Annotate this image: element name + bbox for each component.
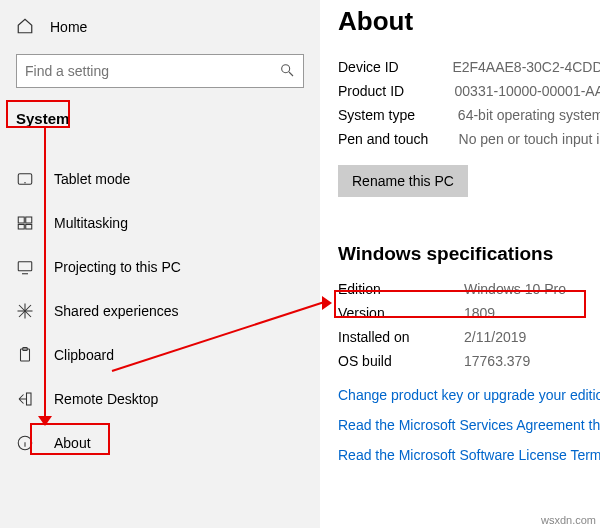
page-title: About xyxy=(338,6,600,37)
svg-line-1 xyxy=(289,72,293,76)
svg-rect-8 xyxy=(18,262,32,271)
projecting-icon xyxy=(16,258,34,276)
search-box[interactable] xyxy=(16,54,304,88)
svg-rect-6 xyxy=(18,225,24,230)
about-panel: About Device IDE2F4AAE8-30C2-4CDD-9 Prod… xyxy=(320,0,600,528)
sidebar-item-label: Tablet mode xyxy=(54,171,130,187)
system-type-value: 64-bit operating system, xyxy=(458,103,600,127)
search-icon xyxy=(279,62,295,81)
device-id-value: E2F4AAE8-30C2-4CDD-9 xyxy=(452,55,600,79)
device-row: Product ID00331-10000-00001-AA5 xyxy=(338,79,600,103)
version-value: 1809 xyxy=(464,301,495,325)
license-terms-link[interactable]: Read the Microsoft Software License Term… xyxy=(338,447,600,463)
svg-rect-7 xyxy=(26,225,32,230)
sidebar-item-multitasking[interactable]: Multitasking xyxy=(16,201,304,245)
svg-rect-15 xyxy=(27,393,32,405)
clipboard-icon xyxy=(16,346,34,364)
sidebar-item-shared-experiences[interactable]: Shared experiences xyxy=(16,289,304,333)
search-input[interactable] xyxy=(25,63,279,79)
sidebar-item-label: Remote Desktop xyxy=(54,391,158,407)
product-id-label: Product ID xyxy=(338,79,455,103)
device-id-label: Device ID xyxy=(338,55,452,79)
spec-row: Installed on2/11/2019 xyxy=(338,325,600,349)
device-row: System type64-bit operating system, xyxy=(338,103,600,127)
system-type-label: System type xyxy=(338,103,458,127)
installed-on-value: 2/11/2019 xyxy=(464,325,526,349)
svg-rect-4 xyxy=(18,217,24,223)
svg-point-0 xyxy=(282,64,290,72)
sidebar-item-label: Clipboard xyxy=(54,347,114,363)
sidebar-item-projecting[interactable]: Projecting to this PC xyxy=(16,245,304,289)
device-row: Device IDE2F4AAE8-30C2-4CDD-9 xyxy=(338,55,600,79)
services-agreement-link[interactable]: Read the Microsoft Services Agreement th… xyxy=(338,417,600,433)
section-title-system: System xyxy=(16,110,304,127)
pen-touch-label: Pen and touch xyxy=(338,127,459,151)
home-icon xyxy=(16,17,34,38)
sidebar-item-label: About xyxy=(54,435,91,451)
edition-value: Windows 10 Pro xyxy=(464,277,566,301)
spec-row: OS build17763.379 xyxy=(338,349,600,373)
sidebar-item-clipboard[interactable]: Clipboard xyxy=(16,333,304,377)
sidebar-item-tablet-mode[interactable]: Tablet mode xyxy=(16,157,304,201)
remote-desktop-icon xyxy=(16,390,34,408)
shared-experiences-icon xyxy=(16,302,34,320)
rename-pc-button[interactable]: Rename this PC xyxy=(338,165,468,197)
sidebar-nav: Tablet mode Multitasking Projecting to t… xyxy=(16,157,304,465)
edition-label: Edition xyxy=(338,277,464,301)
spec-row: EditionWindows 10 Pro xyxy=(338,277,600,301)
sidebar-item-label: Shared experiences xyxy=(54,303,179,319)
windows-spec-heading: Windows specifications xyxy=(338,243,600,265)
pen-touch-value: No pen or touch input is xyxy=(459,127,600,151)
home-label: Home xyxy=(50,19,87,35)
device-row: Pen and touchNo pen or touch input is xyxy=(338,127,600,151)
os-build-label: OS build xyxy=(338,349,464,373)
tablet-icon xyxy=(16,170,34,188)
watermark-text: wsxdn.com xyxy=(541,514,596,526)
product-id-value: 00331-10000-00001-AA5 xyxy=(455,79,600,103)
multitasking-icon xyxy=(16,214,34,232)
sidebar-item-remote-desktop[interactable]: Remote Desktop xyxy=(16,377,304,421)
sidebar-item-about[interactable]: About xyxy=(16,421,304,465)
version-label: Version xyxy=(338,301,464,325)
spec-row: Version1809 xyxy=(338,301,600,325)
change-product-key-link[interactable]: Change product key or upgrade your editi… xyxy=(338,387,600,403)
info-icon xyxy=(16,434,34,452)
sidebar-item-label: Multitasking xyxy=(54,215,128,231)
os-build-value: 17763.379 xyxy=(464,349,530,373)
installed-on-label: Installed on xyxy=(338,325,464,349)
home-nav[interactable]: Home xyxy=(16,10,304,44)
svg-rect-5 xyxy=(26,217,32,223)
sidebar-item-label: Projecting to this PC xyxy=(54,259,181,275)
settings-sidebar: Home System Tablet mode Multitasking Pro… xyxy=(0,0,320,528)
